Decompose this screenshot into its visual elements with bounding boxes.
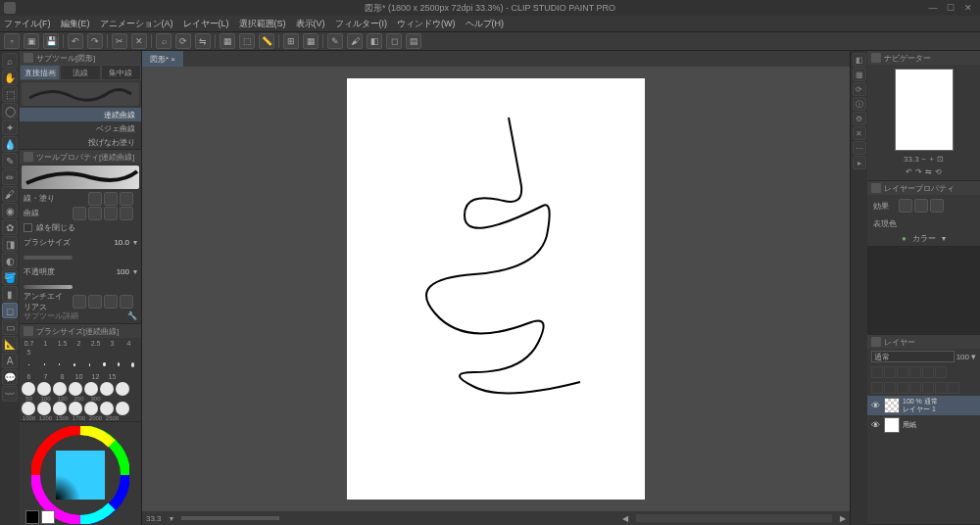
select-tool-icon[interactable]: ⬚ xyxy=(2,86,18,102)
reset-icon[interactable]: ⟲ xyxy=(935,167,942,176)
canvas[interactable] xyxy=(347,78,645,500)
bg-color-swatch[interactable] xyxy=(41,510,55,524)
text-tool-icon[interactable]: A xyxy=(2,353,18,368)
chevron-down-icon[interactable]: ▾ xyxy=(942,234,946,243)
brushsize-dot[interactable] xyxy=(59,363,60,365)
subtool-tab-direct[interactable]: 直接描画 xyxy=(20,65,60,80)
blend-opacity[interactable]: 100 xyxy=(956,353,969,361)
menu-view[interactable]: 表示(V) xyxy=(296,18,325,30)
balloon-tool-icon[interactable]: 💬 xyxy=(2,369,18,385)
shape-icon[interactable]: ◻ xyxy=(386,33,402,49)
draft-icon[interactable] xyxy=(935,366,947,378)
fg-color-swatch[interactable] xyxy=(25,510,39,524)
close-panel-icon[interactable]: ✕ xyxy=(853,126,866,140)
effect-option-icon[interactable] xyxy=(930,199,944,213)
brushsize-slider[interactable] xyxy=(24,256,73,260)
zoom-slider[interactable] xyxy=(181,516,279,520)
subtool-item-bezier[interactable]: ベジェ曲線 xyxy=(20,121,141,135)
move-tool-icon[interactable]: ✋ xyxy=(2,70,18,85)
rotate-ccw-icon[interactable]: ↶ xyxy=(906,167,912,176)
chevron-down-icon[interactable]: ▾ xyxy=(170,514,173,523)
menu-selection[interactable]: 選択範囲(S) xyxy=(239,18,286,30)
zoom-tool-icon[interactable]: ⌕ xyxy=(2,53,18,69)
document-tab[interactable]: 図形* × xyxy=(142,51,183,67)
linefill-option-icon[interactable] xyxy=(120,192,133,206)
layer-color-icon[interactable] xyxy=(935,382,947,394)
prop-more-label[interactable]: サブツール詳細 xyxy=(24,310,123,321)
undo-icon[interactable]: ↶ xyxy=(68,33,83,49)
brushsize-dot[interactable] xyxy=(84,402,98,415)
curve-option-icon[interactable] xyxy=(88,207,102,220)
zoom-value[interactable]: 33.3 xyxy=(904,155,919,164)
effect-option-icon[interactable] xyxy=(899,199,912,213)
layer-thumbnail[interactable] xyxy=(884,417,900,433)
new-file-icon[interactable]: ▫ xyxy=(4,33,20,49)
brushsize-dot[interactable] xyxy=(53,402,67,415)
brushsize-dot[interactable] xyxy=(100,382,114,396)
brushsize-dot[interactable] xyxy=(69,402,82,415)
info-icon[interactable]: ⓘ xyxy=(853,97,866,111)
caret-icon[interactable]: ▾ xyxy=(133,238,137,247)
maximize-button[interactable]: ☐ xyxy=(943,3,958,13)
brushsize-dot[interactable] xyxy=(53,382,67,396)
blend-mode-select[interactable]: 通常 xyxy=(871,351,955,362)
subtool-tab-focus[interactable]: 集中線 xyxy=(101,65,141,80)
layer-row[interactable]: 👁 用紙 xyxy=(867,415,980,435)
delete-icon[interactable]: ✕ xyxy=(131,33,147,49)
layerprop-color-value[interactable]: カラー xyxy=(912,233,936,244)
lasso-tool-icon[interactable]: ◯ xyxy=(2,103,18,119)
action-icon[interactable]: ⚙ xyxy=(853,112,866,125)
effect-option-icon[interactable] xyxy=(914,199,928,213)
mask-icon[interactable] xyxy=(909,366,921,378)
brushsize-dot[interactable] xyxy=(116,402,129,415)
gradient-tool-icon[interactable]: ▮ xyxy=(2,286,18,302)
redo-icon[interactable]: ↷ xyxy=(87,33,103,49)
wrench-icon[interactable]: 🔧 xyxy=(127,311,137,320)
flip-icon[interactable]: ⇋ xyxy=(195,33,211,49)
frame-tool-icon[interactable]: ▭ xyxy=(2,319,18,335)
fill-tool-icon[interactable]: 🪣 xyxy=(2,269,18,285)
visibility-icon[interactable]: 👁 xyxy=(869,401,881,410)
aa-option-icon[interactable] xyxy=(120,295,133,309)
correct-tool-icon[interactable]: 〰 xyxy=(2,386,18,402)
new-layer-icon[interactable] xyxy=(871,382,883,394)
new-folder-icon[interactable] xyxy=(884,382,896,394)
chevron-down-icon[interactable]: ▾ xyxy=(971,352,976,361)
brushsize-dot[interactable] xyxy=(28,364,29,365)
visibility-icon[interactable]: 👁 xyxy=(869,420,881,430)
merge-icon[interactable] xyxy=(909,382,921,394)
brushsize-dot[interactable] xyxy=(89,363,91,366)
layer-row[interactable]: 👁 100 % 通常レイヤー 1 xyxy=(867,396,980,415)
subtool-item-continuous[interactable]: 連続曲線 xyxy=(20,108,141,121)
zoom-icon[interactable]: ⌕ xyxy=(156,33,172,49)
lock-icon[interactable] xyxy=(871,366,883,378)
menu-filter[interactable]: フィルター(I) xyxy=(335,18,388,30)
brushsize-dot[interactable] xyxy=(37,382,51,396)
aa-option-icon[interactable] xyxy=(104,295,118,309)
flip-h-icon[interactable]: ⇋ xyxy=(925,167,932,176)
fit-icon[interactable]: ⊡ xyxy=(937,155,944,164)
opacity-slider[interactable] xyxy=(24,285,73,289)
brushsize-dot[interactable] xyxy=(131,362,134,367)
zoom-in-icon[interactable]: + xyxy=(929,155,934,164)
quickaccess-icon[interactable]: ◧ xyxy=(853,53,866,67)
curve-option-icon[interactable] xyxy=(120,207,133,220)
menu-file[interactable]: ファイル(F) xyxy=(4,18,51,30)
snap-icon[interactable]: ⊞ xyxy=(283,33,299,49)
caret-icon[interactable]: ▾ xyxy=(133,267,137,276)
transfer-icon[interactable] xyxy=(897,382,908,394)
brushsize-dot[interactable] xyxy=(74,363,75,366)
eyedropper-icon[interactable]: 💧 xyxy=(2,136,18,152)
history-icon[interactable]: ⟳ xyxy=(853,82,866,96)
menu-help[interactable]: ヘルプ(H) xyxy=(466,18,505,30)
layer-thumbnail[interactable] xyxy=(884,398,900,413)
rotate-cw-icon[interactable]: ↷ xyxy=(915,167,922,176)
grid-icon[interactable]: ▦ xyxy=(303,33,318,49)
scrollbar-right-icon[interactable]: ▶ xyxy=(840,514,846,523)
brushsize-dot[interactable] xyxy=(100,402,114,415)
brushsize-dot[interactable] xyxy=(103,362,105,366)
save-icon[interactable]: 💾 xyxy=(43,33,59,49)
material-icon[interactable]: ▤ xyxy=(406,33,421,49)
open-file-icon[interactable]: ▣ xyxy=(24,33,39,49)
scrollbar-left-icon[interactable]: ◀ xyxy=(622,514,628,523)
